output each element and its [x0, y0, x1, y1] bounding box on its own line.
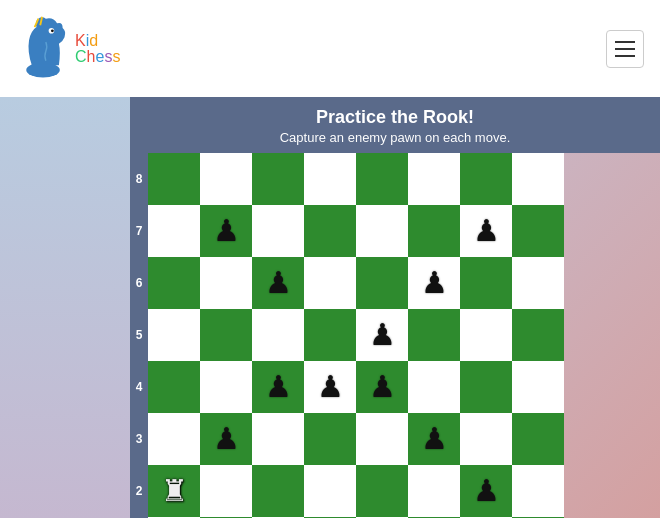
rank-label-4: 4 [130, 361, 148, 413]
cell-8-6[interactable] [512, 257, 564, 309]
title-bar: Practice the Rook! Capture an enemy pawn… [130, 97, 660, 153]
hamburger-line-2 [615, 48, 635, 50]
black-pawn-5-4: ♟ [369, 372, 396, 402]
cell-7-6[interactable] [460, 257, 512, 309]
logo-letter-c: C [75, 48, 87, 65]
hamburger-button[interactable] [606, 30, 644, 68]
cell-5-3[interactable] [356, 413, 408, 465]
horse-logo-icon [16, 14, 71, 84]
cell-7-3[interactable] [460, 413, 512, 465]
cell-3-4[interactable]: ♟ [252, 361, 304, 413]
hamburger-line-1 [615, 41, 635, 43]
cell-6-3[interactable]: ♟ [408, 413, 460, 465]
cell-1-7[interactable] [148, 205, 200, 257]
cell-5-5[interactable]: ♟ [356, 309, 408, 361]
practice-subtitle: Capture an enemy pawn on each move. [130, 130, 660, 145]
cell-5-7[interactable] [356, 205, 408, 257]
cell-8-7[interactable] [512, 205, 564, 257]
cell-3-8[interactable] [252, 153, 304, 205]
cell-7-4[interactable] [460, 361, 512, 413]
cell-4-3[interactable] [304, 413, 356, 465]
cell-1-5[interactable] [148, 309, 200, 361]
black-pawn-3-4: ♟ [265, 372, 292, 402]
cell-7-7[interactable]: ♟ [460, 205, 512, 257]
logo-letter-k: K [75, 32, 86, 49]
main-content: Practice the Rook! Capture an enemy pawn… [130, 97, 660, 518]
cell-4-2[interactable] [304, 465, 356, 517]
black-pawn-7-2: ♟ [473, 476, 500, 506]
cell-3-6[interactable]: ♟ [252, 257, 304, 309]
cell-8-4[interactable] [512, 361, 564, 413]
cell-8-8[interactable] [512, 153, 564, 205]
cell-6-5[interactable] [408, 309, 460, 361]
header: Kid Chess [0, 0, 660, 97]
rank-label-6: 6 [130, 257, 148, 309]
cell-2-7[interactable]: ♟ [200, 205, 252, 257]
cell-5-6[interactable] [356, 257, 408, 309]
black-pawn-2-3: ♟ [213, 424, 240, 454]
rank-label-7: 7 [130, 205, 148, 257]
white-rook-1-2: ♜ [161, 476, 188, 506]
cell-1-8[interactable] [148, 153, 200, 205]
logo-letter-s2: s [112, 48, 120, 65]
hamburger-line-3 [615, 55, 635, 57]
cell-1-6[interactable] [148, 257, 200, 309]
cell-2-8[interactable] [200, 153, 252, 205]
chess-board[interactable]: ♟♟♟♟♟♟♟♟♟♟♜♟ [148, 153, 564, 518]
black-pawn-7-7: ♟ [473, 216, 500, 246]
cell-1-3[interactable] [148, 413, 200, 465]
cell-7-2[interactable]: ♟ [460, 465, 512, 517]
logo-text: Kid Chess [75, 33, 120, 65]
cell-1-2[interactable]: ♜ [148, 465, 200, 517]
rank-label-5: 5 [130, 309, 148, 361]
rank-labels: 87654321 [130, 153, 148, 518]
black-pawn-4-4: ♟ [317, 372, 344, 402]
cell-4-4[interactable]: ♟ [304, 361, 356, 413]
cell-6-4[interactable] [408, 361, 460, 413]
svg-point-2 [51, 29, 54, 32]
cell-7-8[interactable] [460, 153, 512, 205]
cell-2-4[interactable] [200, 361, 252, 413]
cell-5-4[interactable]: ♟ [356, 361, 408, 413]
cell-2-3[interactable]: ♟ [200, 413, 252, 465]
black-pawn-6-6: ♟ [421, 268, 448, 298]
cell-2-2[interactable] [200, 465, 252, 517]
rank-label-2: 2 [130, 465, 148, 517]
practice-title: Practice the Rook! [130, 107, 660, 128]
cell-8-5[interactable] [512, 309, 564, 361]
left-sidebar [0, 97, 130, 518]
black-pawn-2-7: ♟ [213, 216, 240, 246]
black-pawn-3-6: ♟ [265, 268, 292, 298]
cell-3-3[interactable] [252, 413, 304, 465]
rank-label-8: 8 [130, 153, 148, 205]
cell-5-2[interactable] [356, 465, 408, 517]
cell-3-7[interactable] [252, 205, 304, 257]
cell-5-8[interactable] [356, 153, 408, 205]
cell-8-3[interactable] [512, 413, 564, 465]
cell-6-2[interactable] [408, 465, 460, 517]
cell-6-6[interactable]: ♟ [408, 257, 460, 309]
cell-6-8[interactable] [408, 153, 460, 205]
cell-2-6[interactable] [200, 257, 252, 309]
cell-1-4[interactable] [148, 361, 200, 413]
logo-letter-d: d [89, 32, 98, 49]
cell-2-5[interactable] [200, 309, 252, 361]
cell-4-6[interactable] [304, 257, 356, 309]
black-pawn-6-3: ♟ [421, 424, 448, 454]
cell-6-7[interactable] [408, 205, 460, 257]
cell-4-8[interactable] [304, 153, 356, 205]
logo-area: Kid Chess [16, 14, 120, 84]
cell-4-5[interactable] [304, 309, 356, 361]
cell-3-2[interactable] [252, 465, 304, 517]
cell-8-2[interactable] [512, 465, 564, 517]
cell-4-7[interactable] [304, 205, 356, 257]
board-container: 87654321 ♟♟♟♟♟♟♟♟♟♟♜♟ [130, 153, 660, 518]
black-pawn-5-5: ♟ [369, 320, 396, 350]
cell-3-5[interactable] [252, 309, 304, 361]
cell-7-5[interactable] [460, 309, 512, 361]
rank-label-3: 3 [130, 413, 148, 465]
